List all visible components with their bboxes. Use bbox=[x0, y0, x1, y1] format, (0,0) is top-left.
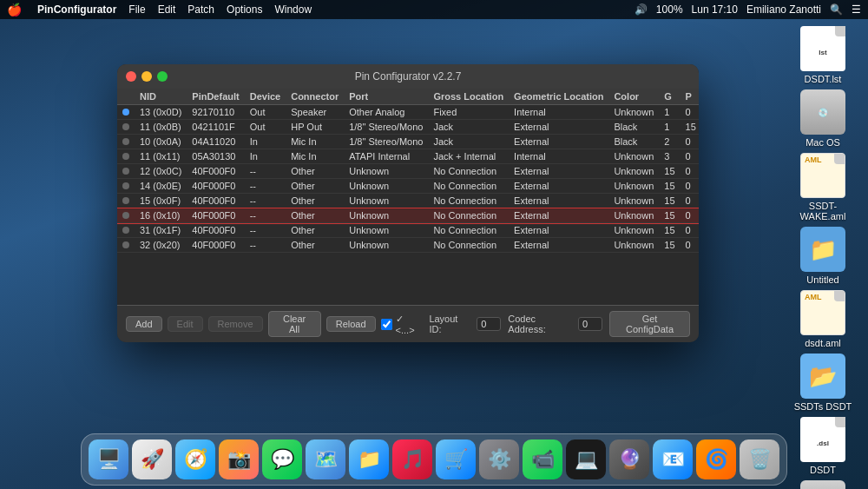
desktop-icon-dsdt[interactable]: .dsl DSDT bbox=[788, 417, 858, 475]
dock-appstore[interactable]: 🛒 bbox=[436, 439, 476, 479]
checkbox-label[interactable]: ✓ <...> bbox=[381, 314, 423, 335]
reload-button[interactable]: Reload bbox=[326, 316, 376, 332]
menubar: 🍎 PinConfigurator File Edit Patch Option… bbox=[0, 0, 868, 19]
cell-nid: 31 (0x1F) bbox=[135, 223, 187, 238]
col-port: Port bbox=[344, 89, 428, 105]
cell-port: ATAPI Internal bbox=[344, 149, 428, 164]
cell-nid: 14 (0x0E) bbox=[135, 179, 187, 194]
cell-device: -- bbox=[245, 238, 286, 253]
cell-connector: Other bbox=[286, 208, 344, 223]
checkbox-text: ✓ <...> bbox=[396, 314, 423, 335]
window-title: Pin Configurator v2.2.7 bbox=[355, 70, 462, 83]
table-row[interactable]: 15 (0x0F) 40F000F0 -- Other Unknown No C… bbox=[117, 194, 699, 208]
table-row[interactable]: 16 (0x10) 40F000F0 -- Other Unknown No C… bbox=[117, 208, 699, 223]
dock-safari[interactable]: 🧭 bbox=[175, 439, 215, 479]
add-button[interactable]: Add bbox=[126, 316, 162, 332]
remove-button[interactable]: Remove bbox=[208, 316, 263, 332]
cell-gross: No Connection bbox=[428, 194, 509, 208]
toolbar-right: ✓ <...> Layout ID: Codec Address: Get Co… bbox=[381, 311, 690, 337]
spotlight-icon[interactable]: 🔍 bbox=[830, 3, 843, 16]
dock-messages[interactable]: 💬 bbox=[262, 439, 302, 479]
col-pindefault: PinDefault bbox=[187, 89, 244, 105]
dock-launchpad[interactable]: 🚀 bbox=[132, 439, 172, 479]
cell-nid: 12 (0x0C) bbox=[135, 164, 187, 179]
desktop-icon-ssdts[interactable]: 📂 SSDTs DSDT bbox=[788, 354, 858, 412]
cell-device: Out bbox=[245, 120, 286, 135]
table-row[interactable]: 12 (0x0C) 40F000F0 -- Other Unknown No C… bbox=[117, 164, 699, 179]
col-color: Color bbox=[608, 89, 659, 105]
menu-edit[interactable]: Edit bbox=[158, 3, 176, 16]
dock-trash[interactable]: 🗑️ bbox=[740, 439, 779, 479]
menu-file[interactable]: File bbox=[128, 3, 145, 16]
dock-photos[interactable]: 📸 bbox=[219, 439, 259, 479]
dock-itunes[interactable]: 🎵 bbox=[392, 439, 432, 479]
control-center-icon[interactable]: ☰ bbox=[852, 3, 861, 16]
dock-extra2[interactable]: 🌀 bbox=[696, 439, 736, 479]
cell-p: 0 bbox=[681, 238, 699, 253]
cell-connector: Speaker bbox=[286, 105, 344, 120]
window-maximize-button[interactable] bbox=[157, 71, 168, 82]
dock: 🖥️ 🚀 🧭 📸 💬 🗺️ 📁 🎵 🛒 ⚙️ 📹 💻 🔮 📧 🌀 🗑️ bbox=[81, 433, 787, 486]
table-row[interactable]: 10 (0x0A) 04A11020 In Mic In 1/8" Stereo… bbox=[117, 135, 699, 149]
icon-label-untitled: Untitled bbox=[806, 274, 838, 285]
window-minimize-button[interactable] bbox=[141, 71, 152, 82]
icon-label-dsdt-lst: DSDT.lst bbox=[805, 74, 842, 84]
dock-terminal[interactable]: 💻 bbox=[566, 439, 606, 479]
cell-geometric: Internal bbox=[509, 149, 608, 164]
cell-connector: Mic In bbox=[286, 135, 344, 149]
table-row[interactable]: 11 (0x11) 05A30130 In Mic In ATAPI Inter… bbox=[117, 149, 699, 164]
pin-configurator-window: Pin Configurator v2.2.7 NID PinDefault D… bbox=[117, 64, 699, 342]
layout-label: Layout ID: bbox=[429, 314, 470, 334]
dock-mail[interactable]: 📧 bbox=[653, 439, 693, 479]
cell-nid: 16 (0x10) bbox=[135, 208, 187, 223]
menu-window[interactable]: Window bbox=[274, 3, 312, 16]
cell-port: Other Analog bbox=[344, 105, 428, 120]
cell-p: 0 bbox=[681, 105, 699, 120]
desktop-icon-dsdt-lst[interactable]: lst DSDT.lst bbox=[788, 26, 858, 84]
cell-port: Unknown bbox=[344, 238, 428, 253]
table-row[interactable]: 13 (0x0D) 92170110 Out Speaker Other Ana… bbox=[117, 105, 699, 120]
table-row[interactable]: 14 (0x0E) 40F000F0 -- Other Unknown No C… bbox=[117, 179, 699, 194]
cell-connector: HP Out bbox=[286, 120, 344, 135]
dock-files[interactable]: 📁 bbox=[349, 439, 389, 479]
table-row[interactable]: 11 (0x0B) 0421101F Out HP Out 1/8" Stere… bbox=[117, 120, 699, 135]
dock-settings[interactable]: ⚙️ bbox=[479, 439, 519, 479]
cell-geometric: External bbox=[509, 135, 608, 149]
desktop-icon-ssdt-wake[interactable]: AML SSDT-WAKE.aml bbox=[788, 153, 858, 221]
desktop-icon-dsdt-aml[interactable]: AML dsdt.aml bbox=[788, 290, 858, 348]
row-indicator bbox=[122, 227, 129, 234]
dock-maps[interactable]: 🗺️ bbox=[306, 439, 345, 479]
edit-button[interactable]: Edit bbox=[168, 316, 203, 332]
row-indicator bbox=[122, 109, 129, 116]
row-indicator-cell bbox=[117, 164, 135, 179]
table-row[interactable]: 31 (0x1F) 40F000F0 -- Other Unknown No C… bbox=[117, 223, 699, 238]
menubar-app-name: PinConfigurator bbox=[37, 3, 116, 16]
menu-options[interactable]: Options bbox=[227, 3, 262, 16]
desktop-icon-macos[interactable]: 💿 Mac OS bbox=[788, 89, 858, 148]
desktop-icon-no-name[interactable]: 💾 NO NAME bbox=[788, 480, 858, 489]
row-indicator bbox=[122, 212, 129, 219]
layout-input[interactable] bbox=[477, 317, 501, 331]
clear-all-button[interactable]: Clear All bbox=[268, 311, 321, 337]
desktop-icon-untitled[interactable]: 📁 Untitled bbox=[788, 227, 858, 285]
window-close-button[interactable] bbox=[126, 71, 136, 82]
cell-gross: Jack bbox=[428, 120, 509, 135]
row-indicator bbox=[122, 197, 129, 204]
cell-g: 2 bbox=[659, 135, 680, 149]
dock-extra1[interactable]: 🔮 bbox=[609, 439, 649, 479]
layout-checkbox[interactable] bbox=[381, 319, 392, 330]
icon-label-macos: Mac OS bbox=[806, 137, 840, 148]
codec-input[interactable] bbox=[578, 317, 602, 331]
cell-g: 15 bbox=[659, 179, 680, 194]
cell-geometric: External bbox=[509, 179, 608, 194]
cell-g: 1 bbox=[659, 120, 680, 135]
apple-menu[interactable]: 🍎 bbox=[7, 3, 22, 17]
row-indicator bbox=[122, 168, 129, 175]
get-config-button[interactable]: Get ConfigData bbox=[609, 311, 690, 337]
dock-facetime[interactable]: 📹 bbox=[523, 439, 562, 479]
cell-port: Unknown bbox=[344, 164, 428, 179]
table-row[interactable]: 32 (0x20) 40F000F0 -- Other Unknown No C… bbox=[117, 238, 699, 253]
cell-geometric: External bbox=[509, 238, 608, 253]
menu-patch[interactable]: Patch bbox=[187, 3, 214, 16]
dock-finder[interactable]: 🖥️ bbox=[89, 439, 128, 479]
